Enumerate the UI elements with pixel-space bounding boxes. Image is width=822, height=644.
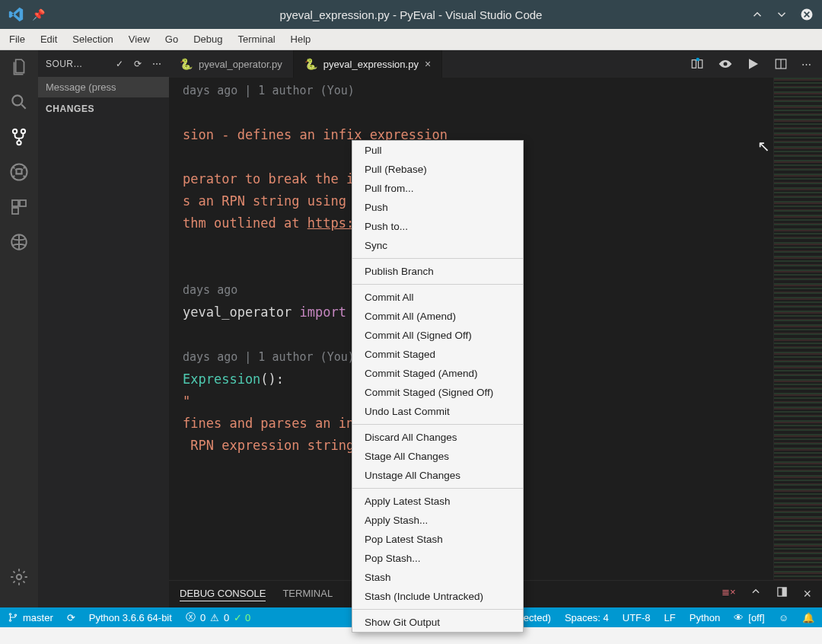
clear-console-icon[interactable]: ≣× (722, 586, 736, 602)
toggle-diff-icon[interactable] (690, 57, 704, 71)
menu-item-sync[interactable]: Sync (352, 236, 523, 255)
more-editor-actions-icon[interactable]: ⋯ (801, 59, 811, 70)
menu-help[interactable]: Help (291, 33, 311, 45)
menu-file[interactable]: File (9, 33, 25, 45)
svg-rect-11 (692, 60, 696, 69)
menu-item-commit-all-amend[interactable]: Commit All (Amend) (352, 307, 523, 326)
menu-item-pull-rebase[interactable]: Pull (Rebase) (352, 160, 523, 179)
vscode-logo-icon (8, 6, 24, 23)
menu-view[interactable]: View (129, 33, 150, 45)
svg-rect-6 (12, 200, 18, 206)
panel-up-icon[interactable] (750, 586, 761, 602)
feedback-icon[interactable]: ☺ (779, 612, 789, 623)
commit-message-input[interactable]: Message (press (38, 77, 169, 97)
activity-bar (0, 50, 38, 607)
panel-tab-debug-console[interactable]: DEBUG CONSOLE (180, 588, 266, 601)
tab-pyeval-operator[interactable]: 🐍 pyeval_operator.py (169, 50, 294, 78)
pin-icon[interactable]: 📌 (32, 8, 45, 21)
panel-title: SOUR… (46, 59, 83, 69)
menu-item-unstage-all[interactable]: Unstage All Changes (352, 466, 523, 485)
status-sync-icon[interactable]: ⟳ (67, 612, 75, 623)
menu-item-publish-branch[interactable]: Publish Branch (352, 262, 523, 281)
menu-item-pop-stash[interactable]: Pop Stash... (352, 549, 523, 568)
menu-item-commit-staged-signed-off[interactable]: Commit Staged (Signed Off) (352, 383, 523, 402)
window-close-icon[interactable] (799, 7, 814, 22)
status-encoding[interactable]: UTF-8 (623, 612, 651, 623)
run-icon[interactable] (747, 57, 760, 71)
window-minimize-icon[interactable] (750, 8, 764, 21)
svg-rect-7 (20, 200, 26, 206)
svg-point-17 (9, 614, 11, 615)
svg-rect-16 (782, 588, 787, 596)
source-control-panel: SOUR… ✓ ⟳ ⋯ Message (press CHANGES (38, 50, 169, 607)
editor-tabs: 🐍 pyeval_operator.py 🐍 pyeval_expression… (169, 50, 822, 78)
window-titlebar: 📌 pyeval_expression.py - PyEval - Visual… (0, 0, 822, 29)
menu-item-pull[interactable]: Pull (352, 141, 523, 160)
status-python[interactable]: Python 3.6.6 64-bit (89, 612, 172, 623)
gear-icon[interactable] (8, 566, 30, 588)
svg-point-18 (9, 620, 11, 621)
split-editor-icon[interactable] (774, 57, 788, 71)
menu-item-apply-latest-stash[interactable]: Apply Latest Stash (352, 492, 523, 511)
svg-rect-12 (699, 60, 703, 69)
status-lint[interactable]: 👁[off] (734, 612, 764, 623)
menu-item-stash-include-untracked[interactable]: Stash (Include Untracked) (352, 587, 523, 606)
scm-more-actions-menu: Pull Pull (Rebase) Pull from... Push Pus… (352, 140, 524, 633)
menu-item-commit-all[interactable]: Commit All (352, 288, 523, 307)
menu-go[interactable]: Go (165, 33, 178, 45)
menu-item-commit-staged-amend[interactable]: Commit Staged (Amend) (352, 364, 523, 383)
minimap[interactable] (773, 78, 822, 580)
menu-item-push-to[interactable]: Push to... (352, 217, 523, 236)
close-tab-icon[interactable]: × (425, 58, 431, 70)
status-problems[interactable]: ⓧ0 ⚠0 ✓ 0 (186, 611, 250, 624)
window-title: pyeval_expression.py - PyEval - Visual S… (280, 8, 543, 21)
menu-item-show-git-output[interactable]: Show Git Output (352, 613, 523, 632)
svg-rect-8 (12, 208, 18, 214)
debug-icon[interactable] (8, 161, 30, 183)
svg-point-3 (21, 129, 25, 133)
preview-icon[interactable] (718, 59, 733, 69)
status-branch[interactable]: master (8, 612, 53, 623)
git-blame-annotation: days ago | 1 author (You) (183, 350, 355, 364)
menu-item-push[interactable]: Push (352, 198, 523, 217)
commit-check-icon[interactable]: ✓ (116, 59, 123, 69)
panel-close-icon[interactable]: × (803, 586, 811, 602)
menu-item-undo-last-commit[interactable]: Undo Last Commit (352, 402, 523, 421)
menu-item-commit-all-signed-off[interactable]: Commit All (Signed Off) (352, 326, 523, 345)
menu-bar: File Edit Selection View Go Debug Termin… (0, 29, 822, 50)
status-spaces[interactable]: Spaces: 4 (565, 612, 609, 623)
menu-item-pop-latest-stash[interactable]: Pop Latest Stash (352, 530, 523, 549)
git-blame-annotation: days ago | 1 author (You) (183, 84, 355, 97)
menu-item-commit-staged[interactable]: Commit Staged (352, 345, 523, 364)
svg-point-10 (17, 575, 22, 580)
menu-item-pull-from[interactable]: Pull from... (352, 179, 523, 198)
refresh-icon[interactable]: ⟳ (134, 59, 142, 69)
git-blame-annotation: days ago (183, 283, 237, 297)
panel-tab-terminal[interactable]: TERMINAL (282, 588, 333, 601)
notifications-icon[interactable]: 🔔 (802, 612, 814, 623)
extensions-icon[interactable] (8, 196, 30, 218)
changes-section-header[interactable]: CHANGES (38, 97, 169, 120)
panel-maximize-icon[interactable] (776, 586, 788, 602)
status-language[interactable]: Python (690, 612, 720, 623)
menu-selection[interactable]: Selection (72, 33, 113, 45)
menu-item-stage-all[interactable]: Stage All Changes (352, 447, 523, 466)
tab-pyeval-expression[interactable]: 🐍 pyeval_expression.py × (294, 50, 442, 78)
menu-item-apply-stash[interactable]: Apply Stash... (352, 511, 523, 530)
live-share-icon[interactable] (8, 231, 30, 253)
python-file-icon: 🐍 (180, 58, 193, 70)
menu-item-stash[interactable]: Stash (352, 568, 523, 587)
source-control-icon[interactable] (8, 126, 30, 148)
status-eol[interactable]: LF (664, 612, 676, 623)
search-icon[interactable] (8, 91, 30, 113)
menu-edit[interactable]: Edit (40, 33, 57, 45)
svg-point-2 (13, 129, 17, 133)
files-icon[interactable] (8, 56, 30, 78)
window-maximize-icon[interactable] (775, 8, 789, 21)
tab-label: pyeval_expression.py (323, 59, 419, 70)
python-file-icon: 🐍 (304, 58, 317, 70)
menu-item-discard-all[interactable]: Discard All Changes (352, 428, 523, 447)
menu-terminal[interactable]: Terminal (237, 33, 275, 45)
menu-debug[interactable]: Debug (193, 33, 222, 45)
more-actions-icon[interactable]: ⋯ (152, 59, 161, 69)
